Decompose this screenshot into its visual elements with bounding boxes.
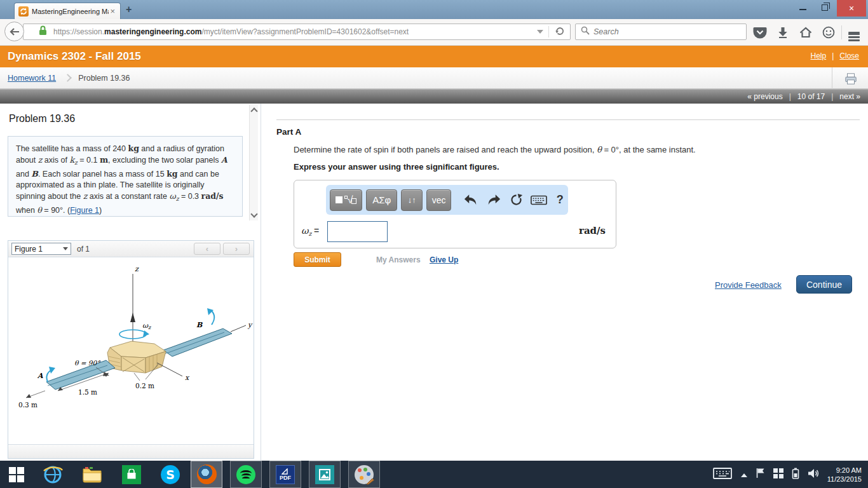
scroll-up-icon[interactable]: [250, 107, 257, 114]
window-restore-button[interactable]: [822, 4, 828, 11]
vector-button[interactable]: vec: [426, 189, 451, 211]
figure-link[interactable]: Figure 1: [70, 206, 99, 215]
my-answers-button[interactable]: My Answers: [376, 255, 421, 264]
close-link[interactable]: Close: [839, 51, 859, 60]
pdf-app-taskbar-button[interactable]: PDF: [269, 461, 301, 488]
breadcrumb: Homework 11 Problem 19.36: [0, 67, 868, 89]
scroll-down-icon[interactable]: [250, 210, 257, 217]
help-link[interactable]: Help: [811, 51, 827, 60]
answer-unit: rad/s: [579, 225, 606, 236]
keyboard-icon[interactable]: [529, 194, 548, 207]
redo-icon[interactable]: [484, 194, 503, 206]
battery-icon[interactable]: [792, 468, 799, 482]
window-minimize-button[interactable]: [799, 9, 806, 10]
reset-icon[interactable]: [506, 193, 526, 207]
network-icon[interactable]: [773, 468, 783, 481]
answer-input[interactable]: [327, 221, 388, 242]
pager-bar: « previous | 10 of 17 | next »: [0, 89, 868, 104]
submit-button[interactable]: Submit: [294, 252, 341, 267]
search-box[interactable]: [575, 24, 747, 40]
file-explorer-icon[interactable]: [72, 461, 112, 488]
give-up-link[interactable]: Give Up: [430, 255, 458, 264]
action-center-flag-icon[interactable]: [756, 468, 765, 481]
equation-help-button[interactable]: ?: [552, 193, 568, 207]
menu-icon[interactable]: [846, 25, 862, 39]
spotify-taskbar-button[interactable]: [230, 461, 262, 488]
figure-select[interactable]: Figure 1: [11, 243, 71, 255]
paint-taskbar-button[interactable]: [348, 461, 380, 488]
show-hidden-icons-chevron[interactable]: [740, 469, 748, 480]
parta-instruction: Express your answer using three signific…: [294, 162, 499, 172]
breadcrumb-chevron-icon: [64, 74, 72, 82]
parta-divider: [276, 119, 860, 120]
taskbar: S PDF: [0, 461, 868, 488]
clock-time: 9:20 AM: [836, 466, 862, 474]
greek-symbols-button[interactable]: ΑΣφ: [366, 189, 397, 211]
screen: MasteringEngineering Ma... × + × https:/…: [0, 0, 868, 488]
svg-text:1.5 m: 1.5 m: [78, 388, 97, 396]
tab-close-icon[interactable]: ×: [109, 7, 116, 15]
math-templates-button[interactable]: √: [330, 189, 362, 211]
reload-icon[interactable]: [555, 26, 564, 38]
figure-prev-button[interactable]: ‹: [194, 243, 220, 255]
photos-app-taskbar-button[interactable]: [309, 461, 341, 488]
svg-text:y: y: [247, 321, 253, 329]
touch-keyboard-icon[interactable]: [713, 467, 732, 482]
start-button[interactable]: [0, 461, 33, 488]
provide-feedback-link[interactable]: Provide Feedback: [715, 280, 782, 290]
download-icon[interactable]: [775, 25, 790, 39]
figure-count: of 1: [77, 245, 90, 254]
home-icon[interactable]: [798, 25, 813, 39]
problem-scrollbar[interactable]: [249, 105, 258, 220]
svg-text:z: z: [135, 265, 139, 273]
parta-heading: Part A: [276, 127, 301, 137]
continue-button[interactable]: Continue: [796, 275, 852, 294]
search-icon: [581, 26, 590, 37]
internet-explorer-icon[interactable]: [33, 461, 72, 488]
breadcrumb-assignment-link[interactable]: Homework 11: [8, 74, 56, 83]
previous-link[interactable]: « previous: [747, 92, 782, 101]
browser-tab[interactable]: MasteringEngineering Ma... ×: [14, 3, 121, 19]
svg-text:ωz: ωz: [142, 322, 151, 330]
clock-date: 11/23/2015: [827, 475, 862, 483]
answer-variable-label: ωz =: [301, 226, 319, 237]
undo-icon[interactable]: [461, 194, 480, 206]
parta-question: Determine the rate of spin if both panel…: [294, 145, 696, 154]
url-dropdown-icon[interactable]: [537, 30, 543, 34]
breadcrumb-current: Problem 19.36: [78, 74, 130, 83]
arrows-button[interactable]: ↓↑: [401, 189, 422, 211]
url-bar[interactable]: https://session.masteringengineering.com…: [23, 24, 571, 40]
print-icon[interactable]: [844, 72, 858, 88]
svg-text:θ = 90°: θ = 90°: [74, 359, 100, 367]
volume-icon[interactable]: [808, 468, 819, 481]
svg-text:B: B: [196, 321, 203, 329]
figure-widget: Figure 1 of 1 ‹ › z ωz y B: [8, 240, 254, 459]
back-button[interactable]: [4, 22, 24, 41]
figure-footer: [8, 444, 254, 458]
select-arrow-icon: [63, 247, 68, 250]
clock[interactable]: 9:20 AM 11/23/2015: [827, 466, 862, 484]
pager-position: 10 of 17: [797, 92, 825, 101]
skype-icon[interactable]: S: [151, 461, 189, 488]
windows-store-icon[interactable]: [112, 461, 151, 488]
tab-title: MasteringEngineering Ma...: [32, 8, 109, 15]
toolbar-separator: [841, 25, 842, 39]
svg-text:0.2 m: 0.2 m: [135, 382, 154, 390]
figure-next-button[interactable]: ›: [223, 243, 250, 255]
firefox-taskbar-button[interactable]: [191, 461, 222, 488]
header-separator: |: [832, 51, 834, 60]
next-link[interactable]: next »: [839, 92, 860, 101]
url-text: https://session.masteringengineering.com…: [53, 27, 532, 36]
svg-text:x: x: [185, 374, 190, 382]
figure-area: z ωz y B: [8, 257, 254, 444]
course-title: Dynamics 2302 - Fall 2015: [8, 50, 141, 63]
svg-text:A: A: [37, 372, 43, 380]
feedback-smiley-icon[interactable]: [821, 25, 836, 39]
url-separator: [548, 26, 549, 37]
problem-title: Problem 19.36: [9, 113, 75, 125]
pocket-icon[interactable]: [752, 25, 768, 39]
new-tab-button[interactable]: +: [126, 4, 132, 15]
search-input[interactable]: [593, 27, 741, 36]
window-close-button[interactable]: ×: [837, 0, 866, 17]
satellite-figure: z ωz y B: [8, 257, 254, 444]
